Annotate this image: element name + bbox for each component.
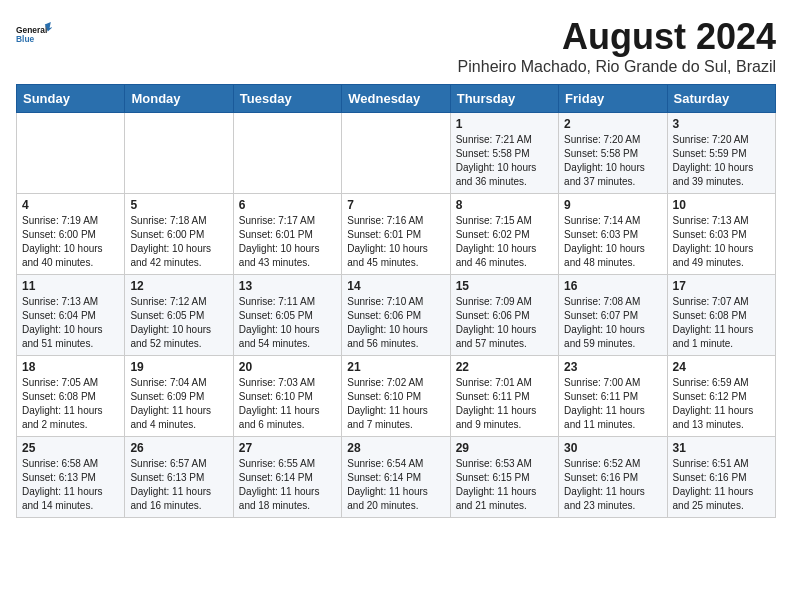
calendar-day-cell: 10Sunrise: 7:13 AM Sunset: 6:03 PM Dayli… — [667, 194, 775, 275]
calendar-day-header: Saturday — [667, 85, 775, 113]
day-number: 11 — [22, 279, 119, 293]
calendar-day-cell: 29Sunrise: 6:53 AM Sunset: 6:15 PM Dayli… — [450, 437, 558, 518]
calendar-day-cell — [233, 113, 341, 194]
day-info: Sunrise: 7:02 AM Sunset: 6:10 PM Dayligh… — [347, 376, 444, 432]
calendar-day-header: Thursday — [450, 85, 558, 113]
calendar-day-cell: 23Sunrise: 7:00 AM Sunset: 6:11 PM Dayli… — [559, 356, 667, 437]
day-info: Sunrise: 6:59 AM Sunset: 6:12 PM Dayligh… — [673, 376, 770, 432]
svg-text:Blue: Blue — [16, 34, 35, 44]
title-area: August 2024 Pinheiro Machado, Rio Grande… — [458, 16, 776, 76]
location-title: Pinheiro Machado, Rio Grande do Sul, Bra… — [458, 58, 776, 76]
calendar-week-row: 1Sunrise: 7:21 AM Sunset: 5:58 PM Daylig… — [17, 113, 776, 194]
calendar-day-cell: 24Sunrise: 6:59 AM Sunset: 6:12 PM Dayli… — [667, 356, 775, 437]
calendar-week-row: 4Sunrise: 7:19 AM Sunset: 6:00 PM Daylig… — [17, 194, 776, 275]
calendar-day-header: Sunday — [17, 85, 125, 113]
calendar-day-cell: 19Sunrise: 7:04 AM Sunset: 6:09 PM Dayli… — [125, 356, 233, 437]
day-info: Sunrise: 7:05 AM Sunset: 6:08 PM Dayligh… — [22, 376, 119, 432]
day-number: 17 — [673, 279, 770, 293]
day-number: 3 — [673, 117, 770, 131]
day-number: 2 — [564, 117, 661, 131]
calendar-day-cell: 9Sunrise: 7:14 AM Sunset: 6:03 PM Daylig… — [559, 194, 667, 275]
day-number: 10 — [673, 198, 770, 212]
day-number: 18 — [22, 360, 119, 374]
day-info: Sunrise: 7:16 AM Sunset: 6:01 PM Dayligh… — [347, 214, 444, 270]
calendar-day-cell: 3Sunrise: 7:20 AM Sunset: 5:59 PM Daylig… — [667, 113, 775, 194]
calendar-day-cell: 27Sunrise: 6:55 AM Sunset: 6:14 PM Dayli… — [233, 437, 341, 518]
calendar-week-row: 11Sunrise: 7:13 AM Sunset: 6:04 PM Dayli… — [17, 275, 776, 356]
day-info: Sunrise: 7:00 AM Sunset: 6:11 PM Dayligh… — [564, 376, 661, 432]
day-info: Sunrise: 7:07 AM Sunset: 6:08 PM Dayligh… — [673, 295, 770, 351]
day-info: Sunrise: 7:15 AM Sunset: 6:02 PM Dayligh… — [456, 214, 553, 270]
calendar-day-cell: 28Sunrise: 6:54 AM Sunset: 6:14 PM Dayli… — [342, 437, 450, 518]
day-number: 8 — [456, 198, 553, 212]
calendar-day-cell: 7Sunrise: 7:16 AM Sunset: 6:01 PM Daylig… — [342, 194, 450, 275]
day-number: 23 — [564, 360, 661, 374]
day-info: Sunrise: 7:13 AM Sunset: 6:04 PM Dayligh… — [22, 295, 119, 351]
day-info: Sunrise: 7:04 AM Sunset: 6:09 PM Dayligh… — [130, 376, 227, 432]
calendar-day-cell — [342, 113, 450, 194]
day-number: 16 — [564, 279, 661, 293]
day-info: Sunrise: 7:12 AM Sunset: 6:05 PM Dayligh… — [130, 295, 227, 351]
page-header: General Blue August 2024 Pinheiro Machad… — [16, 16, 776, 76]
day-info: Sunrise: 6:53 AM Sunset: 6:15 PM Dayligh… — [456, 457, 553, 513]
day-number: 27 — [239, 441, 336, 455]
day-number: 4 — [22, 198, 119, 212]
day-number: 24 — [673, 360, 770, 374]
calendar-day-cell: 31Sunrise: 6:51 AM Sunset: 6:16 PM Dayli… — [667, 437, 775, 518]
day-number: 9 — [564, 198, 661, 212]
day-number: 7 — [347, 198, 444, 212]
svg-text:General: General — [16, 25, 47, 35]
calendar-header-row: SundayMondayTuesdayWednesdayThursdayFrid… — [17, 85, 776, 113]
calendar-day-cell: 13Sunrise: 7:11 AM Sunset: 6:05 PM Dayli… — [233, 275, 341, 356]
day-info: Sunrise: 7:01 AM Sunset: 6:11 PM Dayligh… — [456, 376, 553, 432]
day-number: 19 — [130, 360, 227, 374]
calendar-day-cell: 16Sunrise: 7:08 AM Sunset: 6:07 PM Dayli… — [559, 275, 667, 356]
calendar-day-cell: 14Sunrise: 7:10 AM Sunset: 6:06 PM Dayli… — [342, 275, 450, 356]
day-number: 25 — [22, 441, 119, 455]
day-info: Sunrise: 7:08 AM Sunset: 6:07 PM Dayligh… — [564, 295, 661, 351]
day-number: 26 — [130, 441, 227, 455]
calendar-week-row: 25Sunrise: 6:58 AM Sunset: 6:13 PM Dayli… — [17, 437, 776, 518]
day-number: 20 — [239, 360, 336, 374]
calendar-day-cell: 25Sunrise: 6:58 AM Sunset: 6:13 PM Dayli… — [17, 437, 125, 518]
calendar-day-cell: 30Sunrise: 6:52 AM Sunset: 6:16 PM Dayli… — [559, 437, 667, 518]
day-number: 13 — [239, 279, 336, 293]
day-number: 30 — [564, 441, 661, 455]
calendar-day-cell: 17Sunrise: 7:07 AM Sunset: 6:08 PM Dayli… — [667, 275, 775, 356]
calendar-day-header: Friday — [559, 85, 667, 113]
calendar-day-cell: 2Sunrise: 7:20 AM Sunset: 5:58 PM Daylig… — [559, 113, 667, 194]
day-info: Sunrise: 7:21 AM Sunset: 5:58 PM Dayligh… — [456, 133, 553, 189]
day-info: Sunrise: 7:10 AM Sunset: 6:06 PM Dayligh… — [347, 295, 444, 351]
calendar-day-cell: 8Sunrise: 7:15 AM Sunset: 6:02 PM Daylig… — [450, 194, 558, 275]
day-info: Sunrise: 7:13 AM Sunset: 6:03 PM Dayligh… — [673, 214, 770, 270]
calendar-day-cell: 5Sunrise: 7:18 AM Sunset: 6:00 PM Daylig… — [125, 194, 233, 275]
calendar-day-cell: 6Sunrise: 7:17 AM Sunset: 6:01 PM Daylig… — [233, 194, 341, 275]
day-number: 15 — [456, 279, 553, 293]
calendar-day-cell: 4Sunrise: 7:19 AM Sunset: 6:00 PM Daylig… — [17, 194, 125, 275]
day-info: Sunrise: 6:58 AM Sunset: 6:13 PM Dayligh… — [22, 457, 119, 513]
calendar-day-cell: 11Sunrise: 7:13 AM Sunset: 6:04 PM Dayli… — [17, 275, 125, 356]
day-number: 22 — [456, 360, 553, 374]
logo: General Blue — [16, 16, 52, 52]
day-info: Sunrise: 6:52 AM Sunset: 6:16 PM Dayligh… — [564, 457, 661, 513]
calendar-day-header: Monday — [125, 85, 233, 113]
day-number: 31 — [673, 441, 770, 455]
calendar-day-cell: 21Sunrise: 7:02 AM Sunset: 6:10 PM Dayli… — [342, 356, 450, 437]
calendar-day-cell: 1Sunrise: 7:21 AM Sunset: 5:58 PM Daylig… — [450, 113, 558, 194]
day-info: Sunrise: 7:11 AM Sunset: 6:05 PM Dayligh… — [239, 295, 336, 351]
month-title: August 2024 — [458, 16, 776, 58]
day-info: Sunrise: 6:55 AM Sunset: 6:14 PM Dayligh… — [239, 457, 336, 513]
calendar-day-cell: 15Sunrise: 7:09 AM Sunset: 6:06 PM Dayli… — [450, 275, 558, 356]
day-number: 28 — [347, 441, 444, 455]
day-number: 29 — [456, 441, 553, 455]
calendar-day-cell: 22Sunrise: 7:01 AM Sunset: 6:11 PM Dayli… — [450, 356, 558, 437]
day-number: 12 — [130, 279, 227, 293]
calendar-day-cell — [17, 113, 125, 194]
day-info: Sunrise: 7:19 AM Sunset: 6:00 PM Dayligh… — [22, 214, 119, 270]
day-info: Sunrise: 7:03 AM Sunset: 6:10 PM Dayligh… — [239, 376, 336, 432]
calendar-week-row: 18Sunrise: 7:05 AM Sunset: 6:08 PM Dayli… — [17, 356, 776, 437]
day-info: Sunrise: 7:20 AM Sunset: 5:59 PM Dayligh… — [673, 133, 770, 189]
calendar-table: SundayMondayTuesdayWednesdayThursdayFrid… — [16, 84, 776, 518]
day-number: 14 — [347, 279, 444, 293]
calendar-day-cell: 20Sunrise: 7:03 AM Sunset: 6:10 PM Dayli… — [233, 356, 341, 437]
